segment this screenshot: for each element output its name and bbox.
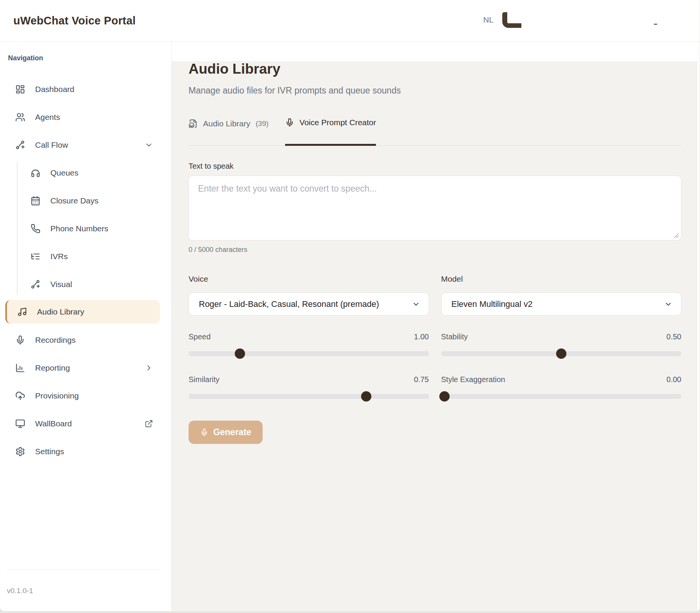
tab-count: (39): [256, 119, 269, 128]
slider-thumb[interactable]: [556, 348, 566, 359]
gear-icon: [15, 447, 25, 457]
locale-label: NL: [483, 15, 494, 24]
app-title: uWebChat Voice Portal: [13, 15, 136, 27]
flag-image[interactable]: [502, 12, 521, 28]
call-flow-icon: [31, 279, 40, 289]
stability-slider[interactable]: [441, 351, 682, 356]
chevron-down-icon: [412, 300, 420, 308]
model-label: Model: [441, 274, 682, 284]
sidebar-item-settings[interactable]: Settings: [0, 437, 171, 465]
speed-slider[interactable]: [189, 351, 429, 356]
generate-button-label: Generate: [213, 427, 252, 437]
sidebar-item-label: Audio Library: [37, 307, 84, 316]
sidebar-section-label: Navigation: [8, 54, 171, 62]
stability-value: 0.50: [666, 332, 681, 341]
speed-slider-group: Speed 1.00: [189, 332, 429, 356]
voice-select[interactable]: Roger - Laid-Back, Casual, Resonant (pre…: [189, 292, 429, 316]
text-to-speak-label: Text to speak: [189, 162, 681, 171]
sidebar-item-phone-numbers[interactable]: Phone Numbers: [0, 215, 171, 242]
sidebar-item-label: Call Flow: [35, 140, 68, 150]
style-exaggeration-slider-group: Style Exaggeration 0.00: [441, 375, 682, 399]
sidebar: Navigation Dashboard Agents Call Flow: [0, 42, 172, 611]
sidebar-item-visual[interactable]: Visual: [0, 270, 171, 298]
microphone-icon: [200, 428, 208, 437]
cloud-upload-icon: [15, 391, 25, 401]
sidebar-item-label: Dashboard: [35, 85, 74, 94]
sidebar-item-call-flow[interactable]: Call Flow: [0, 131, 171, 159]
chevron-down-icon[interactable]: [145, 141, 153, 149]
sidebar-item-wallboard[interactable]: WallBoard: [0, 410, 171, 437]
headphones-icon: [31, 168, 40, 178]
speed-value: 1.00: [414, 332, 429, 341]
app-version: v0.1.0-1: [7, 587, 171, 595]
sidebar-item-provisioning[interactable]: Provisioning: [0, 382, 171, 410]
tab-label: Voice Prompt Creator: [300, 118, 376, 127]
sidebar-item-label: IVRs: [50, 252, 68, 261]
text-to-speak-input[interactable]: [189, 176, 681, 240]
user-menu-placeholder[interactable]: [654, 24, 657, 25]
tab-bar: Audio Library (39) Voice Prompt Creator: [189, 118, 681, 146]
voice-select-value: Roger - Laid-Back, Casual, Resonant (pre…: [199, 299, 412, 309]
phone-icon: [31, 224, 40, 234]
bar-chart-icon: [15, 363, 25, 373]
sidebar-item-label: Recordings: [35, 336, 76, 345]
sidebar-item-label: Visual: [50, 280, 72, 289]
sidebar-item-label: Settings: [35, 447, 64, 456]
chevron-right-icon[interactable]: [145, 364, 153, 372]
file-audio-icon: [189, 119, 198, 128]
sidebar-item-label: Agents: [35, 113, 60, 122]
slider-thumb[interactable]: [439, 391, 450, 402]
sidebar-item-queues[interactable]: Queues: [0, 159, 171, 187]
style-exaggeration-value: 0.00: [666, 375, 681, 384]
style-exaggeration-slider[interactable]: [441, 394, 682, 399]
sidebar-divider: [7, 569, 161, 570]
microphone-icon: [15, 335, 25, 345]
style-exaggeration-label: Style Exaggeration: [441, 375, 505, 384]
top-header: uWebChat Voice Portal NL: [0, 0, 700, 42]
users-icon: [15, 112, 25, 122]
speed-label: Speed: [189, 332, 211, 341]
similarity-label: Similarity: [189, 375, 219, 384]
generate-button[interactable]: Generate: [189, 421, 263, 444]
main-content-panel: Audio Library Manage audio files for IVR…: [172, 61, 697, 611]
character-count: 0 / 5000 characters: [189, 246, 681, 254]
sidebar-item-label: Reporting: [35, 363, 70, 373]
slider-thumb[interactable]: [361, 391, 371, 402]
sidebar-item-label: Queues: [50, 168, 79, 177]
sidebar-item-dashboard[interactable]: Dashboard: [0, 75, 171, 103]
app-window: uWebChat Voice Portal NL Navigation Dash…: [0, 0, 700, 611]
sidebar-item-label: Phone Numbers: [50, 224, 108, 233]
similarity-slider-group: Similarity 0.75: [189, 375, 429, 399]
call-flow-icon: [15, 140, 25, 150]
sidebar-item-label: Closure Days: [50, 196, 98, 205]
chevron-down-icon: [664, 300, 673, 308]
call-flow-subgroup: Queues Closure Days Phone Numbers: [0, 159, 171, 298]
tab-audio-library[interactable]: Audio Library (39): [189, 118, 269, 146]
similarity-value: 0.75: [414, 375, 429, 384]
tab-voice-prompt-creator[interactable]: Voice Prompt Creator: [285, 118, 376, 146]
sidebar-item-audio-library[interactable]: Audio Library: [5, 300, 160, 324]
similarity-slider[interactable]: [189, 394, 429, 399]
dashboard-icon: [15, 84, 25, 94]
sidebar-item-label: Provisioning: [35, 391, 79, 400]
monitor-icon: [15, 419, 25, 429]
sidebar-item-closure-days[interactable]: Closure Days: [0, 187, 171, 215]
music-note-icon: [17, 307, 27, 317]
microphone-icon: [285, 118, 294, 127]
sidebar-item-agents[interactable]: Agents: [0, 103, 171, 131]
sidebar-item-ivrs[interactable]: IVRs: [0, 242, 171, 270]
page-title: Audio Library: [189, 61, 681, 77]
external-link-icon: [145, 419, 153, 428]
model-select-value: Eleven Multilingual v2: [452, 299, 665, 309]
stability-label: Stability: [441, 332, 468, 341]
sidebar-item-reporting[interactable]: Reporting: [0, 354, 171, 382]
page-subtitle: Manage audio files for IVR prompts and q…: [189, 85, 681, 96]
sidebar-item-label: WallBoard: [35, 419, 72, 428]
slider-thumb[interactable]: [235, 348, 245, 359]
calendar-icon: [31, 196, 40, 206]
model-select[interactable]: Eleven Multilingual v2: [441, 292, 682, 316]
stability-slider-group: Stability 0.50: [441, 332, 682, 356]
voice-label: Voice: [189, 274, 429, 284]
sidebar-item-recordings[interactable]: Recordings: [0, 326, 171, 354]
list-tree-icon: [31, 252, 40, 261]
